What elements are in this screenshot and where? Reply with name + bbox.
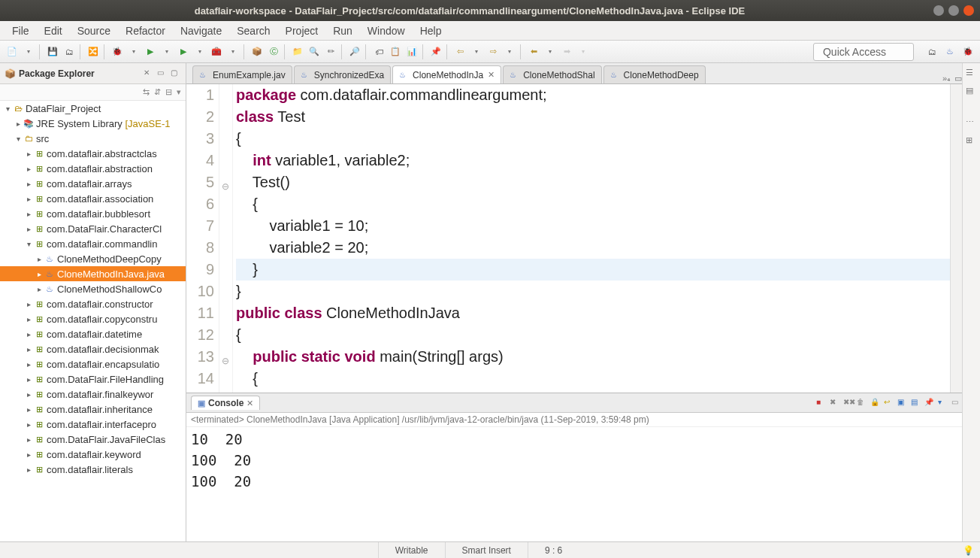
twistie-icon[interactable]: ▾ [14,135,23,143]
menu-source[interactable]: Source [70,23,118,39]
fold-marker-icon[interactable]: ⊖ [222,350,229,372]
tree-row[interactable]: ▸♨CloneMethodShallowCo [0,281,186,296]
twistie-icon[interactable]: ▸ [24,165,33,173]
minimize-icon[interactable]: ▭ [951,398,962,408]
tree-row[interactable]: ▸📚JRE System Library [JavaSE-1 [0,116,186,131]
code-line[interactable]: Test() [236,171,950,193]
tree-row[interactable]: ▸⊞com.DataFlair.FileHandling [0,371,186,387]
toggle-mark-icon[interactable]: ✏ [323,44,338,59]
pin-console-icon[interactable]: 📌 [924,398,935,408]
twistie-icon[interactable]: ▸ [24,435,33,444]
dropdown-icon[interactable]: ▾ [192,44,207,59]
tree-row[interactable]: ▸⊞com.dataflair.copyconstru [0,311,186,326]
editor-tab[interactable]: ♨CloneMethodShal [503,65,601,83]
menu-run[interactable]: Run [325,23,360,39]
dropdown-icon[interactable]: ▾ [21,44,36,59]
code-line[interactable]: { [236,193,950,215]
pin-icon[interactable]: 📌 [428,44,443,59]
history-back-icon[interactable]: ⬅ [526,44,541,59]
nav-icon[interactable]: 📊 [404,44,419,59]
remove-all-icon[interactable]: ✖✖ [843,398,854,408]
display-selected-icon[interactable]: ▤ [911,398,921,408]
editor-scrollbar[interactable] [950,84,962,393]
view-maximize-icon[interactable]: ▢ [171,68,181,79]
new-package-icon[interactable]: 📦 [250,44,265,59]
annotations-icon[interactable]: 🏷 [371,44,386,59]
open-task-icon[interactable]: 🔍 [307,44,322,59]
code-line[interactable]: package com.dataflair.commandlineargumen… [236,84,950,106]
fold-marker-icon[interactable]: ⊖ [222,176,229,198]
tree-row[interactable]: ▸⊞com.dataflair.abstractclas [0,146,186,161]
code-line[interactable]: } [236,281,950,302]
view-close-icon[interactable]: ✕ [144,68,154,79]
twistie-icon[interactable]: ▸ [24,360,33,368]
twistie-icon[interactable]: ▸ [24,390,33,399]
menu-window[interactable]: Window [360,23,413,39]
view-menu-icon[interactable]: ▾ [177,87,181,97]
collapse-all-icon[interactable]: ⇆ [143,87,150,97]
twistie-icon[interactable]: ▸ [24,345,33,353]
menu-help[interactable]: Help [413,23,449,39]
java-perspective-icon[interactable]: ♨ [942,44,957,59]
twistie-icon[interactable]: ▸ [24,315,33,323]
window-minimize-button[interactable] [933,5,944,16]
code-line[interactable]: { [236,128,950,150]
twistie-icon[interactable]: ▸ [24,466,33,474]
scroll-lock-icon[interactable]: 🔒 [870,398,881,408]
twistie-icon[interactable]: ▸ [24,225,33,233]
search-icon[interactable]: 🔎 [347,44,362,59]
menu-navigate[interactable]: Navigate [173,23,229,39]
open-type-icon[interactable]: 📁 [290,44,305,59]
outline-icon[interactable]: ▤ [966,86,978,98]
tree-row[interactable]: ▸⊞com.dataflair.finalkeywor [0,387,186,402]
code-line[interactable]: { [236,324,950,346]
run-icon[interactable]: ▶ [143,44,158,59]
twistie-icon[interactable]: ▸ [24,420,33,429]
filter-icon[interactable]: ⊟ [165,87,172,97]
tree-row[interactable]: ▸⊞com.dataflair.arrays [0,176,186,191]
window-close-button[interactable] [963,5,974,16]
tree-row[interactable]: ▸⊞com.dataflair.inheritance [0,402,186,417]
twistie-icon[interactable]: ▸ [24,405,33,414]
code-line[interactable]: int variable1, variable2; [236,150,950,171]
toggle-icon[interactable]: 🔀 [86,44,101,59]
external-tools-icon[interactable]: 🧰 [209,44,224,59]
code-line[interactable]: } [236,259,950,281]
dropdown-icon[interactable]: ▾ [502,44,517,59]
twistie-icon[interactable]: ▾ [3,105,12,113]
tree-row[interactable]: ▸⊞com.dataflair.datetime [0,326,186,341]
word-wrap-icon[interactable]: ↩ [884,398,894,408]
restore-icon[interactable]: ⋯ [966,117,978,129]
task-icon[interactable]: 📋 [388,44,403,59]
remove-launch-icon[interactable]: ✖ [830,398,840,408]
tree-row[interactable]: ▸⊞com.dataflair.keyword [0,447,186,462]
editor-tab[interactable]: ♨SynchronizedExa [294,65,391,83]
tree-row[interactable]: ▸⊞com.dataflair.decisionmak [0,341,186,356]
close-icon[interactable]: ✕ [488,70,495,80]
clear-console-icon[interactable]: 🗑 [857,398,867,408]
code-line[interactable]: class Test [236,106,950,128]
code-line[interactable]: variable1 = 10; [236,215,950,237]
link-editor-icon[interactable]: ⇵ [154,87,161,97]
perspective-open-icon[interactable]: 🗂 [924,44,939,59]
code-line[interactable]: public class CloneMethodInJava [236,302,950,324]
close-icon[interactable]: ✕ [247,399,253,408]
tasks-icon[interactable]: ☰ [966,68,978,80]
outline-view-icon[interactable]: ⊞ [966,135,978,147]
twistie-icon[interactable]: ▸ [24,450,33,459]
console-output[interactable]: 10 20 100 20 100 20 [186,427,980,541]
save-all-icon[interactable]: 🗂 [62,44,77,59]
quick-access-input[interactable]: Quick Access [813,43,914,61]
tree-row[interactable]: ▸♨CloneMethodInJava.java [0,266,186,281]
tip-icon[interactable]: 💡 [957,545,980,556]
code-line[interactable]: { [236,368,950,390]
save-icon[interactable]: 💾 [45,44,60,59]
new-icon[interactable]: 📄 [5,44,20,59]
menu-search[interactable]: Search [229,23,277,39]
tree-row[interactable]: ▸⊞com.DataFlair.JavaFileClas [0,432,186,447]
coverage-icon[interactable]: ▶ [176,44,191,59]
debug-icon[interactable]: 🐞 [110,44,125,59]
new-class-icon[interactable]: Ⓒ [266,44,281,59]
show-console-icon[interactable]: ▣ [897,398,908,408]
menu-project[interactable]: Project [278,23,326,39]
